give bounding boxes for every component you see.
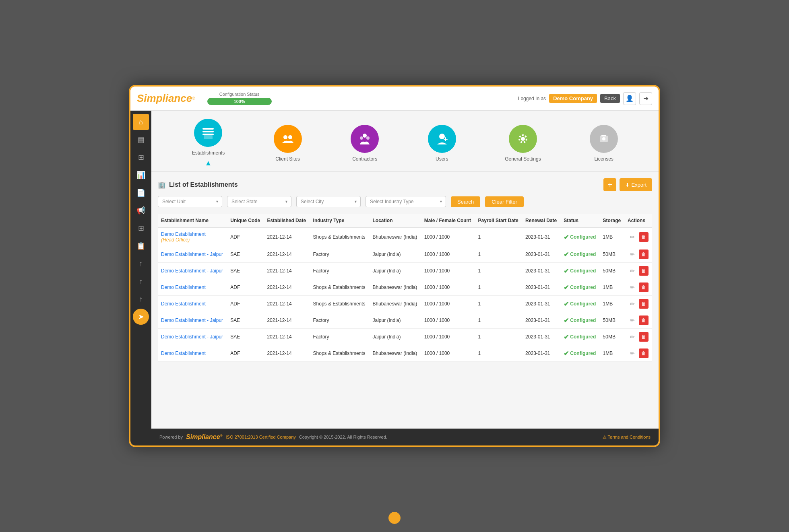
state-filter[interactable]: Select State xyxy=(227,196,291,207)
establishment-name-link[interactable]: Demo Establishment - Jaipur xyxy=(161,334,223,340)
table-row: Demo Establishment ADF 2021-12-14 Shops … xyxy=(158,345,652,362)
cell-male-female: 1000 / 1000 xyxy=(421,329,475,345)
svg-rect-3 xyxy=(204,135,213,139)
user-icon-button[interactable]: 👤 xyxy=(623,92,636,105)
add-establishment-button[interactable]: + xyxy=(603,178,616,191)
cell-renewal: 2023-01-31 xyxy=(522,312,560,329)
sidebar-item-arrow[interactable]: ➤ xyxy=(133,309,149,325)
edit-button[interactable]: ✏ xyxy=(628,250,637,259)
edit-button[interactable]: ✏ xyxy=(628,299,637,309)
delete-button[interactable]: 🗑 xyxy=(639,315,649,325)
cell-industry: Factory xyxy=(310,246,370,263)
delete-button[interactable]: 🗑 xyxy=(639,299,649,309)
delete-button[interactable]: 🗑 xyxy=(639,332,649,342)
arrow-circle-icon: ➤ xyxy=(138,312,144,321)
cell-code: ADF xyxy=(227,279,264,296)
establishment-name-link[interactable]: Demo Establishment xyxy=(161,351,206,356)
establishments-icon xyxy=(201,126,215,140)
establishment-name-link[interactable]: Demo Establishment xyxy=(161,301,206,307)
edit-button[interactable]: ✏ xyxy=(628,282,637,292)
cell-storage: 1MB xyxy=(600,279,624,296)
sidebar-item-chart[interactable]: 📊 xyxy=(133,167,149,183)
delete-button[interactable]: 🗑 xyxy=(639,266,649,276)
sidebar-item-megaphone[interactable]: 📢 xyxy=(133,202,149,219)
grid-icon: ⊞ xyxy=(138,153,144,162)
col-renewal: Renewal Date xyxy=(522,214,560,228)
unit-filter[interactable]: Select Unit xyxy=(158,196,222,207)
edit-button[interactable]: ✏ xyxy=(628,232,637,242)
logo-text: Simpliance xyxy=(137,92,192,105)
col-status: Status xyxy=(560,214,599,228)
cell-renewal: 2023-01-31 xyxy=(522,329,560,345)
svg-point-5 xyxy=(288,135,292,139)
sidebar-item-clipboard[interactable]: 📋 xyxy=(133,238,149,254)
establishment-name-link[interactable]: Demo Establishment - Jaipur xyxy=(161,252,223,257)
cell-status: ✔ Configured xyxy=(560,345,599,362)
filters-row: Select Unit Select State Select City xyxy=(158,196,652,207)
nav-establishments[interactable]: Establishments ▲ xyxy=(192,119,225,167)
reports-icon: ▤ xyxy=(138,135,145,144)
edit-button[interactable]: ✏ xyxy=(628,348,637,358)
industry-filter[interactable]: Select Industry Type xyxy=(366,196,446,207)
users-circle xyxy=(428,125,456,153)
licenses-circle xyxy=(590,125,618,153)
search-button[interactable]: Search xyxy=(451,196,480,207)
nav-contractors[interactable]: Contractors xyxy=(351,125,379,162)
status-configured: ✔ Configured xyxy=(564,350,596,357)
edit-button[interactable]: ✏ xyxy=(628,315,637,325)
logout-icon-button[interactable]: ➜ xyxy=(639,92,652,105)
establishment-name-link[interactable]: Demo Establishment - Jaipur xyxy=(161,268,223,274)
cell-location: Bhubaneswar (India) xyxy=(370,279,421,296)
establishment-name-link[interactable]: Demo Establishment xyxy=(161,285,206,290)
sidebar-item-upload2[interactable]: ↑ xyxy=(133,273,149,289)
sidebar-item-document[interactable]: 📄 xyxy=(133,185,149,201)
status-configured: ✔ Configured xyxy=(564,284,596,291)
cell-name: Demo Establishment xyxy=(158,296,227,312)
sidebar-item-grid[interactable]: ⊞ xyxy=(133,149,149,165)
table-row: Demo Establishment - Jaipur SAE 2021-12-… xyxy=(158,263,652,279)
delete-button[interactable]: 🗑 xyxy=(639,282,649,292)
cell-code: ADF xyxy=(227,296,264,312)
establishment-name-link[interactable]: Demo Establishment - Jaipur xyxy=(161,318,223,323)
back-button[interactable]: Back xyxy=(600,94,620,103)
checkmark-icon: ✔ xyxy=(564,317,569,324)
cell-actions: ✏ 🗑 xyxy=(624,228,652,246)
company-badge[interactable]: Demo Company xyxy=(549,94,597,103)
sidebar-item-upload1[interactable]: ↑ xyxy=(133,256,149,272)
nav-licenses[interactable]: Licenses xyxy=(590,125,618,162)
upload3-icon: ↑ xyxy=(139,295,143,303)
svg-rect-0 xyxy=(202,134,214,135)
edit-button[interactable]: ✏ xyxy=(628,332,637,342)
sidebar-item-apps[interactable]: ⊞ xyxy=(133,220,149,236)
establishment-name-link[interactable]: Demo Establishment xyxy=(161,231,206,237)
cell-male-female: 1000 / 1000 xyxy=(421,263,475,279)
nav-users[interactable]: Users xyxy=(428,125,456,162)
nav-client-sites[interactable]: Client Sites xyxy=(274,125,302,162)
col-location: Location xyxy=(370,214,421,228)
delete-button[interactable]: 🗑 xyxy=(639,348,649,358)
logo-reg: ® xyxy=(192,96,195,101)
delete-button[interactable]: 🗑 xyxy=(639,232,649,242)
delete-button[interactable]: 🗑 xyxy=(639,250,649,259)
cell-name: Demo Establishment xyxy=(158,279,227,296)
cell-status: ✔ Configured xyxy=(560,296,599,312)
header: Simpliance ® Configuration Status 100% L… xyxy=(130,87,659,111)
city-filter[interactable]: Select City xyxy=(296,196,361,207)
cell-location: Bhubaneswar (India) xyxy=(370,296,421,312)
clear-filter-button[interactable]: Clear Filter xyxy=(485,196,524,207)
nav-general-settings[interactable]: General Settings xyxy=(505,125,541,162)
terms-link[interactable]: Terms and Conditions xyxy=(608,435,651,439)
sidebar-item-home[interactable]: ⌂ xyxy=(133,114,149,130)
cell-renewal: 2023-01-31 xyxy=(522,263,560,279)
actions-cell: ✏ 🗑 xyxy=(628,250,649,259)
contractors-icon xyxy=(357,132,372,146)
sidebar-item-reports[interactable]: ▤ xyxy=(133,132,149,148)
cell-industry: Factory xyxy=(310,329,370,345)
industry-filter-wrap: Select Industry Type xyxy=(366,196,446,207)
table-header-row: 🏢 List of Establishments + ⬇ Export xyxy=(158,178,652,191)
export-button[interactable]: ⬇ Export xyxy=(620,178,652,191)
establishments-label: Establishments xyxy=(192,150,225,156)
edit-button[interactable]: ✏ xyxy=(628,266,637,276)
col-actions: Actions xyxy=(624,214,652,228)
sidebar-item-upload3[interactable]: ↑ xyxy=(133,291,149,307)
